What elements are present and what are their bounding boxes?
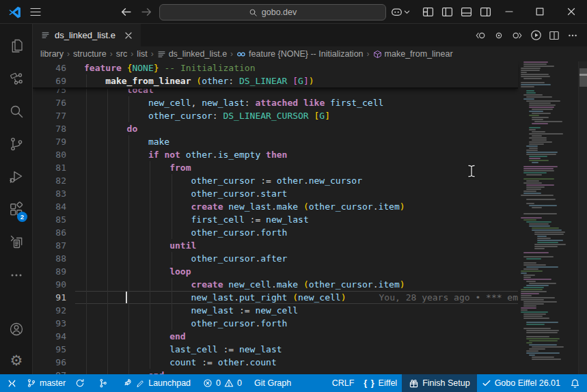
code-line-97[interactable]: 97end xyxy=(33,369,518,374)
gobo-eiffel-item[interactable]: Gobo Eiffel 26.01 xyxy=(477,374,565,392)
notifications-bell-icon[interactable] xyxy=(565,374,587,392)
code-line-77[interactable]: 77other_cursor: DS_LINEAR_CURSOR [G] xyxy=(33,109,518,122)
close-tab-icon[interactable] xyxy=(124,31,133,40)
code-cell[interactable]: other_cursor := other.new_cursor xyxy=(75,174,518,187)
toggle-panel-icon[interactable] xyxy=(461,6,472,18)
settings-gear-icon[interactable]: ⚙ xyxy=(0,347,33,374)
code-cell[interactable]: other_cursor.after xyxy=(75,252,518,265)
compare-changes-icon[interactable] xyxy=(491,28,506,43)
custom-view-icon[interactable] xyxy=(0,65,33,92)
scrollbar[interactable] xyxy=(578,61,587,374)
launchpad-item[interactable]: Launchpad xyxy=(118,374,195,392)
code-line-94[interactable]: 94end xyxy=(33,330,518,343)
editor[interactable]: 75local76new_cell, new_last: attached li… xyxy=(33,61,587,374)
line-number-97[interactable]: 97 xyxy=(33,369,75,374)
search-icon[interactable] xyxy=(0,98,33,125)
code-cell[interactable]: feature {NONE} -- Initialization xyxy=(75,61,518,74)
code-cell[interactable]: create new_last.make (other_cursor.item) xyxy=(75,200,518,213)
code-line-46[interactable]: 46feature {NONE} -- Initialization xyxy=(33,61,518,74)
code-line-81[interactable]: 81from xyxy=(33,161,518,174)
line-number-69[interactable]: 69 xyxy=(33,74,75,87)
line-number-85[interactable]: 85 xyxy=(33,213,75,226)
command-center-search[interactable]: gobo.dev xyxy=(159,4,386,20)
split-editor-icon[interactable] xyxy=(547,28,562,43)
code-cell[interactable]: other_cursor.start xyxy=(75,187,518,200)
line-number-46[interactable]: 46 xyxy=(33,61,75,74)
run-file-icon[interactable] xyxy=(528,28,543,43)
code-cell[interactable]: create new_cell.make (other_cursor.item) xyxy=(75,278,518,291)
code-cell[interactable]: make xyxy=(75,135,518,148)
code-cell[interactable]: last_cell := new_last xyxy=(75,343,518,356)
git-graph-item[interactable]: Git Graph xyxy=(249,374,296,392)
scrollbar-thumb[interactable] xyxy=(579,68,587,87)
line-number-82[interactable]: 82 xyxy=(33,174,75,187)
line-number-86[interactable]: 86 xyxy=(33,226,75,239)
breadcrumb-item[interactable]: feature {NONE} -- Initialization xyxy=(236,49,363,59)
more-actions-icon[interactable] xyxy=(565,28,580,43)
code-cell[interactable]: from xyxy=(75,161,518,174)
line-number-96[interactable]: 96 xyxy=(33,356,75,369)
code-line-88[interactable]: 88other_cursor.after xyxy=(33,252,518,265)
code-cell[interactable]: if not other.is_empty then xyxy=(75,148,518,161)
line-number-93[interactable]: 93 xyxy=(33,317,75,330)
code-line-90[interactable]: 90create new_cell.make (other_cursor.ite… xyxy=(33,278,518,291)
code-line-79[interactable]: 79make xyxy=(33,135,518,148)
sync-item[interactable] xyxy=(70,374,90,392)
breadcrumb-item[interactable]: src xyxy=(116,49,128,59)
code-line-84[interactable]: 84create new_last.make (other_cursor.ite… xyxy=(33,200,518,213)
code-cell[interactable]: other_cursor.forth xyxy=(75,226,518,239)
minimize-button[interactable] xyxy=(495,0,523,23)
line-number-94[interactable]: 94 xyxy=(33,330,75,343)
minimap[interactable] xyxy=(518,61,578,374)
account-icon[interactable] xyxy=(0,316,33,343)
breadcrumb-item[interactable]: ds_linked_list.e xyxy=(157,49,227,59)
previous-change-icon[interactable] xyxy=(473,28,488,43)
line-number-76[interactable]: 76 xyxy=(33,96,75,109)
code-cell[interactable]: other_cursor.forth xyxy=(75,317,518,330)
line-number-84[interactable]: 84 xyxy=(33,200,75,213)
customize-layout-icon[interactable] xyxy=(422,6,434,18)
line-number-91[interactable]: 91 xyxy=(33,291,75,304)
remote-indicator[interactable] xyxy=(0,374,22,392)
breadcrumb-item[interactable]: structure xyxy=(73,49,107,59)
code-line-91[interactable]: 91new_last.put_right (new_cell)You, 28 y… xyxy=(33,291,518,304)
line-number-95[interactable]: 95 xyxy=(33,343,75,356)
line-number-83[interactable]: 83 xyxy=(33,187,75,200)
line-number-90[interactable]: 90 xyxy=(33,278,75,291)
git-branch-item[interactable]: master xyxy=(22,374,70,392)
breadcrumb-item[interactable]: make_from_linear xyxy=(373,49,453,59)
code-line-76[interactable]: 76new_cell, new_last: attached like firs… xyxy=(33,96,518,109)
code-cell[interactable]: new_last.put_right (new_cell)You, 28 yea… xyxy=(75,291,518,304)
code-cell[interactable]: do xyxy=(75,122,518,135)
close-button[interactable] xyxy=(557,0,586,23)
code-line-95[interactable]: 95last_cell := new_last xyxy=(33,343,518,356)
code-cell[interactable]: other_cursor: DS_LINEAR_CURSOR [G] xyxy=(75,109,518,122)
code-line-78[interactable]: 78do xyxy=(33,122,518,135)
line-number-77[interactable]: 77 xyxy=(33,109,75,122)
line-number-79[interactable]: 79 xyxy=(33,135,75,148)
code-line-92[interactable]: 92new_last := new_cell xyxy=(33,304,518,317)
explorer-icon[interactable] xyxy=(0,32,33,59)
code-line-93[interactable]: 93other_cursor.forth xyxy=(33,317,518,330)
code-line-86[interactable]: 86other_cursor.forth xyxy=(33,226,518,239)
more-views-icon[interactable] xyxy=(0,262,33,289)
code-line-69[interactable]: 69make_from_linear (other: DS_LINEAR [G]… xyxy=(33,74,518,87)
code-line-83[interactable]: 83other_cursor.start xyxy=(33,187,518,200)
tab-ds-linked-list[interactable]: ds_linked_list.e xyxy=(33,24,141,46)
code-line-85[interactable]: 85first_cell := new_last xyxy=(33,213,518,226)
line-number-89[interactable]: 89 xyxy=(33,265,75,278)
pages-arrow-icon[interactable] xyxy=(0,229,33,256)
run-debug-icon[interactable] xyxy=(0,163,33,191)
line-number-81[interactable]: 81 xyxy=(33,161,75,174)
code-cell[interactable]: end xyxy=(75,369,518,374)
code-cell[interactable]: make_from_linear (other: DS_LINEAR [G]) xyxy=(75,74,518,87)
line-number-92[interactable]: 92 xyxy=(33,304,75,317)
copilot-button[interactable] xyxy=(391,6,410,18)
line-number-87[interactable]: 87 xyxy=(33,239,75,252)
line-number-80[interactable]: 80 xyxy=(33,148,75,161)
line-number-78[interactable]: 78 xyxy=(33,122,75,135)
menu-icon[interactable] xyxy=(30,8,41,16)
code-cell[interactable]: loop xyxy=(75,265,518,278)
code-line-80[interactable]: 80if not other.is_empty then xyxy=(33,148,518,161)
sticky-scroll[interactable]: 46feature {NONE} -- Initialization69make… xyxy=(33,61,518,89)
